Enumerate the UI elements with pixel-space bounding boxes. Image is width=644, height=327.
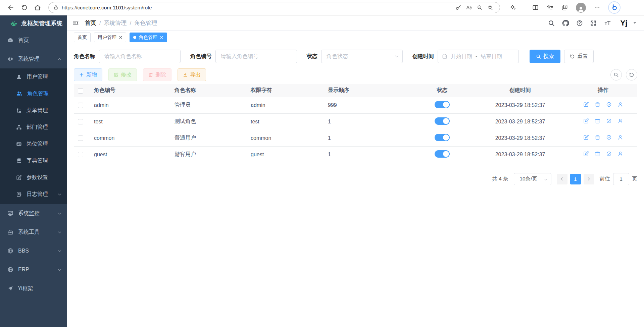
font-size-icon[interactable] xyxy=(604,20,611,26)
sidebar-item-roles[interactable]: 角色管理 xyxy=(0,85,67,102)
role-name-input[interactable] xyxy=(99,50,181,63)
status-select[interactable] xyxy=(321,50,403,63)
github-icon[interactable] xyxy=(562,19,569,27)
table-row: common 普通用户 common 1 2023-03-29 18:52:37 xyxy=(74,130,637,146)
row-edit-icon[interactable] xyxy=(583,102,589,107)
breadcrumb-separator: / xyxy=(130,20,132,26)
edit-button[interactable]: 修改 xyxy=(108,68,137,81)
row-datascope-icon[interactable] xyxy=(606,102,612,107)
fullscreen-icon[interactable] xyxy=(590,20,597,26)
status-toggle[interactable] xyxy=(435,134,450,141)
tab-home[interactable]: 首页 xyxy=(74,33,91,42)
favorite-add-icon[interactable] xyxy=(485,3,496,12)
browser-essentials-icon[interactable] xyxy=(509,4,516,11)
next-page-button[interactable] xyxy=(584,174,594,184)
row-edit-icon[interactable] xyxy=(583,134,589,140)
close-icon[interactable] xyxy=(160,36,163,39)
row-checkbox[interactable] xyxy=(78,103,83,108)
row-datascope-icon[interactable] xyxy=(606,134,612,140)
row-edit-icon[interactable] xyxy=(583,151,589,157)
tab-user-management[interactable]: 用户管理 xyxy=(94,33,126,42)
row-assign-user-icon[interactable] xyxy=(617,134,623,140)
lock-icon[interactable] xyxy=(53,5,58,10)
row-delete-icon[interactable] xyxy=(595,134,600,140)
search-icon[interactable] xyxy=(548,20,555,26)
profile-avatar[interactable] xyxy=(576,3,586,13)
more-menu-icon[interactable] xyxy=(594,5,600,11)
copilot-icon[interactable] xyxy=(608,1,621,14)
logo[interactable]: 意框架管理系统 xyxy=(0,15,67,31)
show-search-icon[interactable] xyxy=(610,69,622,80)
date-start-placeholder: 开始日期 xyxy=(451,53,472,60)
page-number-active[interactable]: 1 xyxy=(570,174,581,184)
breadcrumb-home[interactable]: 首页 xyxy=(85,19,96,27)
row-checkbox[interactable] xyxy=(78,119,83,124)
system-submenu: 用户管理 角色管理 菜单管理 部门管理 岗位管理 xyxy=(0,68,67,204)
search-button[interactable]: 搜索 xyxy=(530,50,560,63)
delete-button[interactable]: 删除 xyxy=(143,68,171,81)
users-icon xyxy=(16,91,22,97)
row-edit-icon[interactable] xyxy=(583,118,589,124)
sidebar-item-home[interactable]: 首页 xyxy=(0,31,67,50)
help-icon[interactable] xyxy=(576,20,583,26)
sidebar-menu: 首页 系统管理 用户管理 角色管理 菜单管理 xyxy=(0,31,67,298)
row-delete-icon[interactable] xyxy=(595,102,600,107)
refresh-table-icon[interactable] xyxy=(626,69,637,80)
row-assign-user-icon[interactable] xyxy=(617,118,623,124)
favorites-bar-icon[interactable] xyxy=(547,4,553,11)
goto-page-input[interactable] xyxy=(613,173,629,185)
sidebar-item-dictionary[interactable]: 字典管理 xyxy=(0,152,67,169)
navbar: 首页 / 系统管理 / 角色管理 xyxy=(67,15,644,31)
user-avatar-logo[interactable]: Yj xyxy=(618,18,629,29)
filter-role-code: 角色编号 xyxy=(190,50,297,63)
row-datascope-icon[interactable] xyxy=(606,118,612,124)
date-range-picker[interactable]: 开始日期 - 结束日期 xyxy=(438,50,519,63)
close-icon[interactable] xyxy=(119,36,122,39)
sidebar-item-parameters[interactable]: 参数设置 xyxy=(0,169,67,186)
sidebar-item-users[interactable]: 用户管理 xyxy=(0,68,67,85)
zoom-out-icon[interactable] xyxy=(474,3,485,12)
split-screen-icon[interactable] xyxy=(532,4,539,11)
tab-role-management[interactable]: 角色管理 xyxy=(130,33,167,42)
prev-page-button[interactable] xyxy=(557,174,567,184)
status-toggle[interactable] xyxy=(435,117,450,125)
row-datascope-icon[interactable] xyxy=(606,151,612,157)
row-assign-user-icon[interactable] xyxy=(617,151,623,157)
sidebar-item-menus[interactable]: 菜单管理 xyxy=(0,102,67,119)
reset-button[interactable]: 重置 xyxy=(564,50,594,63)
status-toggle[interactable] xyxy=(435,150,450,158)
sidebar-item-system[interactable]: 系统管理 xyxy=(0,50,67,68)
row-checkbox[interactable] xyxy=(78,152,83,157)
row-assign-user-icon[interactable] xyxy=(617,102,623,107)
read-aloud-icon[interactable] xyxy=(463,3,474,12)
export-button[interactable]: 导出 xyxy=(178,68,206,81)
address-bar[interactable]: https://ccnetcore.com:1101/system/role xyxy=(48,2,500,13)
sidebar-item-departments[interactable]: 部门管理 xyxy=(0,119,67,135)
url-text: https://ccnetcore.com:1101/system/role xyxy=(62,5,453,11)
page-unit-label: 页 xyxy=(632,175,638,182)
row-delete-icon[interactable] xyxy=(595,151,600,157)
home-icon[interactable] xyxy=(31,2,44,14)
sidebar-item-bbs[interactable]: BBS xyxy=(0,241,67,260)
refresh-icon[interactable] xyxy=(17,2,31,14)
add-button[interactable]: 新增 xyxy=(74,68,102,81)
sidebar-item-erp[interactable]: ERP xyxy=(0,260,67,279)
select-all-checkbox[interactable] xyxy=(78,88,83,94)
password-key-icon[interactable] xyxy=(453,3,463,12)
sidebar-item-monitor[interactable]: 系统监控 xyxy=(0,204,67,223)
row-checkbox[interactable] xyxy=(78,135,83,141)
role-code-input[interactable] xyxy=(215,50,297,63)
row-delete-icon[interactable] xyxy=(595,118,600,124)
sidebar-item-logs[interactable]: 日志管理 xyxy=(0,186,67,203)
back-icon[interactable] xyxy=(4,2,17,14)
sidebar-fold-icon[interactable] xyxy=(72,20,79,26)
sidebar-item-yi-framework[interactable]: Yi框架 xyxy=(0,279,67,298)
tags-view: 首页 用户管理 角色管理 xyxy=(67,31,644,44)
sidebar-item-posts[interactable]: 岗位管理 xyxy=(0,135,67,152)
page-size-select[interactable]: 10条/页 xyxy=(514,173,551,185)
sidebar-item-tools[interactable]: 系统工具 xyxy=(0,223,67,241)
status-select-input[interactable] xyxy=(321,50,403,63)
collections-icon[interactable] xyxy=(561,4,568,11)
status-toggle[interactable] xyxy=(435,101,450,108)
user-caret-down-icon[interactable] xyxy=(633,21,637,25)
